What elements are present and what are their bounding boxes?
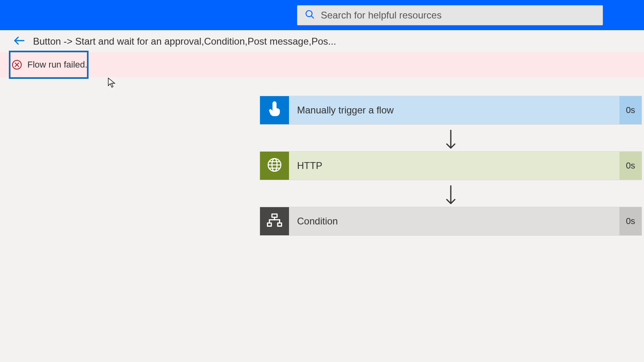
touch-icon [266, 101, 283, 119]
flow-step-trigger[interactable]: Manually trigger a flow 0s [260, 96, 642, 125]
flow-step-duration: 0s [619, 207, 642, 235]
search-icon [305, 9, 315, 21]
arrow-left-icon [12, 34, 26, 49]
search-box[interactable] [297, 5, 603, 25]
svg-point-0 [306, 10, 312, 16]
flow-step-duration: 0s [619, 152, 642, 180]
back-button[interactable] [12, 34, 27, 49]
flow-canvas: Manually trigger a flow 0s HTTP 0s [0, 77, 644, 236]
breadcrumb-title: Button -> Start and wait for an approval… [33, 36, 336, 47]
condition-icon-box [260, 207, 289, 235]
connector-arrow [260, 180, 642, 207]
search-input[interactable] [321, 10, 595, 21]
flow-step-duration: 0s [619, 96, 642, 124]
condition-icon [267, 213, 282, 230]
svg-line-1 [311, 16, 314, 19]
trigger-icon-box [260, 96, 289, 124]
flow-step-http[interactable]: HTTP 0s [260, 151, 642, 180]
flow-step-label: HTTP [289, 152, 619, 180]
flow-step-label: Condition [289, 207, 619, 235]
globe-icon [267, 157, 282, 174]
svg-rect-16 [278, 223, 282, 226]
flow-step-condition[interactable]: Condition 0s [260, 207, 642, 236]
error-banner: Flow run failed. [0, 52, 644, 77]
error-message: Flow run failed. [27, 60, 87, 70]
breadcrumb-row: Button -> Start and wait for an approval… [0, 30, 644, 52]
svg-rect-15 [268, 223, 272, 226]
top-bar [0, 0, 644, 30]
connector-arrow [260, 125, 642, 151]
flow-step-label: Manually trigger a flow [289, 96, 619, 124]
error-icon [12, 60, 22, 70]
http-icon-box [260, 152, 289, 180]
